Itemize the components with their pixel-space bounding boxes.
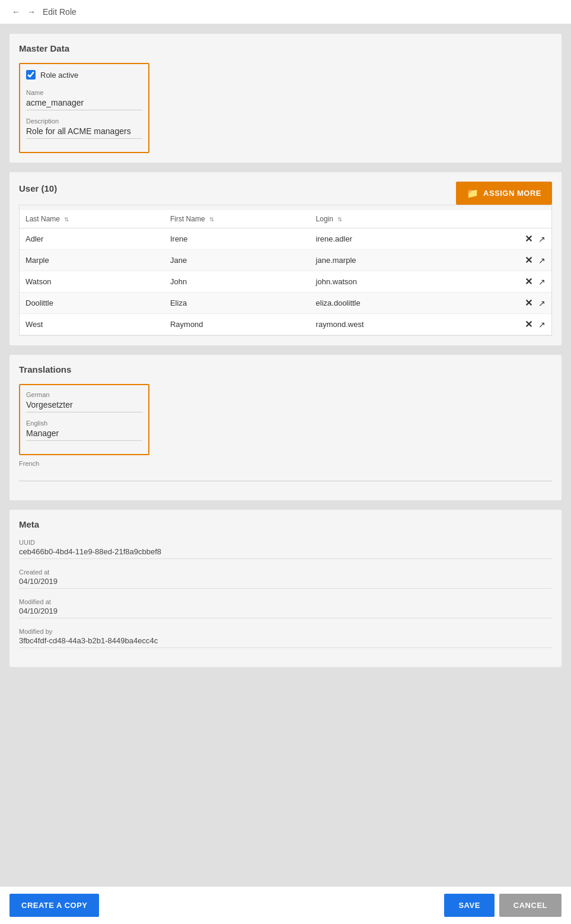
created-at-value: 04/10/2019 — [19, 577, 552, 589]
meta-title: Meta — [19, 519, 552, 529]
top-bar: ← → Edit Role — [0, 0, 571, 24]
bottom-bar: CREATE A COPY SAVE CANCEL — [0, 886, 571, 924]
open-user-button[interactable]: ↗ — [538, 256, 546, 265]
cell-last-name: Watson — [20, 271, 164, 293]
name-label: Name — [26, 89, 142, 96]
open-user-button[interactable]: ↗ — [538, 299, 546, 308]
users-section-header: User (10) 📁 ASSIGN MORE — [19, 182, 552, 205]
name-input[interactable] — [26, 98, 142, 110]
save-button[interactable]: SAVE — [444, 894, 494, 917]
german-label: German — [26, 391, 142, 398]
cell-first-name: Raymond — [164, 314, 310, 335]
cell-login: john.watson — [310, 271, 467, 293]
cell-last-name: Adler — [20, 228, 164, 250]
remove-user-button[interactable]: ✕ — [525, 276, 532, 287]
users-title: User (10) — [19, 183, 57, 193]
users-section: User (10) 📁 ASSIGN MORE Last Name ⇅ Firs… — [9, 172, 562, 345]
modified-at-field-group: Modified at 04/10/2019 — [19, 598, 552, 618]
create-copy-button[interactable]: CREATE A COPY — [9, 894, 99, 917]
cell-actions: ✕ ↗ — [466, 250, 551, 271]
remove-user-button[interactable]: ✕ — [525, 297, 532, 309]
cell-last-name: Doolittle — [20, 293, 164, 314]
col-login[interactable]: Login ⇅ — [310, 210, 467, 228]
open-user-button[interactable]: ↗ — [538, 234, 546, 244]
cell-first-name: Eliza — [164, 293, 310, 314]
master-data-title: Master Data — [19, 43, 552, 53]
french-label: French — [19, 460, 552, 467]
french-field-group: French — [19, 460, 552, 484]
modified-by-value: 3fbc4fdf-cd48-44a3-b2b1-8449ba4ecc4c — [19, 636, 552, 648]
sort-icon-firstname: ⇅ — [209, 216, 214, 223]
cell-login: irene.adler — [310, 228, 467, 250]
translations-section: Translations German English French — [9, 355, 562, 500]
folder-icon: 📁 — [467, 188, 479, 199]
col-first-name[interactable]: First Name ⇅ — [164, 210, 310, 228]
users-table: Last Name ⇅ First Name ⇅ Login ⇅ Adler I… — [20, 210, 551, 335]
cell-login: jane.marple — [310, 250, 467, 271]
cell-first-name: Irene — [164, 228, 310, 250]
uuid-label: UUID — [19, 539, 552, 546]
cell-login: eliza.doolittle — [310, 293, 467, 314]
german-field-group: German — [26, 391, 142, 412]
col-last-name[interactable]: Last Name ⇅ — [20, 210, 164, 228]
cell-actions: ✕ ↗ — [466, 271, 551, 293]
role-active-checkbox[interactable] — [26, 70, 36, 80]
created-at-field-group: Created at 04/10/2019 — [19, 569, 552, 589]
sort-icon-login: ⇅ — [337, 216, 342, 223]
modified-by-label: Modified by — [19, 628, 552, 635]
cell-login: raymond.west — [310, 314, 467, 335]
cell-actions: ✕ ↗ — [466, 314, 551, 335]
table-row: Adler Irene irene.adler ✕ ↗ — [20, 228, 551, 250]
master-data-highlighted-box: Role active Name Description — [19, 63, 149, 153]
meta-section: Meta UUID ceb466b0-4bd4-11e9-88ed-21f8a9… — [9, 510, 562, 667]
german-input[interactable] — [26, 400, 142, 412]
table-row: Marple Jane jane.marple ✕ ↗ — [20, 250, 551, 271]
translations-highlighted-box: German English — [19, 384, 149, 455]
open-user-button[interactable]: ↗ — [538, 277, 546, 287]
role-active-label: Role active — [40, 71, 78, 80]
description-label: Description — [26, 118, 142, 125]
forward-arrow[interactable]: → — [25, 6, 38, 18]
uuid-field-group: UUID ceb466b0-4bd4-11e9-88ed-21f8a9cbbef… — [19, 539, 552, 559]
cell-first-name: John — [164, 271, 310, 293]
master-data-section: Master Data Role active Name Description — [9, 34, 562, 163]
remove-user-button[interactable]: ✕ — [525, 255, 532, 266]
sort-icon-lastname: ⇅ — [64, 216, 69, 223]
assign-more-label: ASSIGN MORE — [483, 189, 541, 198]
modified-at-label: Modified at — [19, 598, 552, 605]
english-field-group: English — [26, 420, 142, 441]
cell-first-name: Jane — [164, 250, 310, 271]
translations-title: Translations — [19, 364, 552, 374]
cell-actions: ✕ ↗ — [466, 293, 551, 314]
modified-at-value: 04/10/2019 — [19, 607, 552, 618]
description-field-group: Description — [26, 118, 142, 139]
cell-actions: ✕ ↗ — [466, 228, 551, 250]
role-active-row: Role active — [26, 70, 142, 80]
nav-arrows: ← → — [9, 6, 38, 18]
created-at-label: Created at — [19, 569, 552, 576]
users-table-wrapper[interactable]: Last Name ⇅ First Name ⇅ Login ⇅ Adler I… — [19, 205, 552, 336]
cell-last-name: West — [20, 314, 164, 335]
open-user-button[interactable]: ↗ — [538, 320, 546, 329]
uuid-value: ceb466b0-4bd4-11e9-88ed-21f8a9cbbef8 — [19, 547, 552, 559]
back-arrow[interactable]: ← — [9, 6, 23, 18]
description-input[interactable] — [26, 126, 142, 139]
table-row: Doolittle Eliza eliza.doolittle ✕ ↗ — [20, 293, 551, 314]
remove-user-button[interactable]: ✕ — [525, 319, 532, 330]
modified-by-field-group: Modified by 3fbc4fdf-cd48-44a3-b2b1-8449… — [19, 628, 552, 648]
english-input[interactable] — [26, 428, 142, 441]
cell-last-name: Marple — [20, 250, 164, 271]
assign-more-button[interactable]: 📁 ASSIGN MORE — [456, 182, 552, 205]
english-label: English — [26, 420, 142, 427]
remove-user-button[interactable]: ✕ — [525, 233, 532, 245]
french-input[interactable] — [19, 469, 552, 481]
cancel-button[interactable]: CANCEL — [499, 894, 562, 917]
col-actions — [466, 210, 551, 228]
page-title: Edit Role — [43, 7, 76, 17]
main-content: Master Data Role active Name Description… — [0, 24, 571, 886]
right-buttons: SAVE CANCEL — [444, 894, 562, 917]
name-field-group: Name — [26, 89, 142, 110]
table-row: Watson John john.watson ✕ ↗ — [20, 271, 551, 293]
table-row: West Raymond raymond.west ✕ ↗ — [20, 314, 551, 335]
